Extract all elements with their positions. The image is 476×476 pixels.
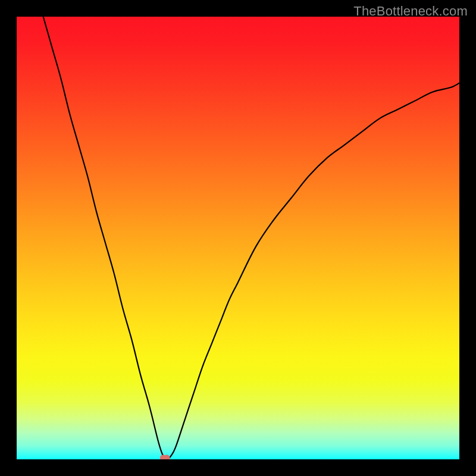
chart-svg (17, 17, 459, 459)
bottleneck-curve (43, 17, 459, 459)
chart-stage: TheBottleneck.com (0, 0, 476, 476)
markers (160, 455, 170, 459)
plot-area (17, 17, 459, 459)
watermark-text: TheBottleneck.com (353, 4, 468, 19)
